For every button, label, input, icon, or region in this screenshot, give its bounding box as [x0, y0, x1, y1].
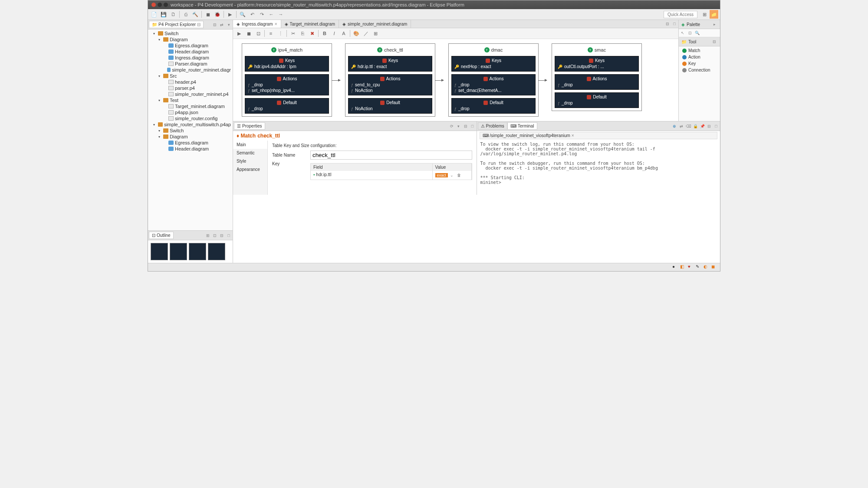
- close-icon[interactable]: ⊟: [197, 22, 201, 27]
- palette-item[interactable]: Key: [681, 60, 718, 67]
- new-button[interactable]: 📄: [150, 10, 158, 19]
- italic-button[interactable]: I: [330, 29, 339, 38]
- debug-button[interactable]: 🐞: [213, 10, 222, 19]
- zoom-fit-button[interactable]: ⊡: [254, 29, 263, 38]
- stop-button[interactable]: ◼: [204, 10, 212, 19]
- palette-item[interactable]: Match: [681, 47, 718, 54]
- action-item[interactable]: ƒNoAction: [351, 88, 429, 93]
- key-item[interactable]: 🔑nextHop : exact: [454, 64, 533, 69]
- tree-item[interactable]: simple_router.config: [150, 115, 231, 121]
- close-icon[interactable]: ×: [275, 22, 277, 26]
- properties-side-tab[interactable]: Semantic: [233, 149, 267, 157]
- align-button[interactable]: ≡: [266, 29, 275, 38]
- chevron-icon[interactable]: ⊟: [711, 39, 717, 45]
- minimize-icon[interactable]: ⊟: [664, 21, 671, 27]
- tree-item[interactable]: parser.p4: [150, 85, 231, 91]
- outline-toggle-2[interactable]: ⊡: [212, 233, 218, 239]
- status-icon[interactable]: ♥: [688, 264, 694, 270]
- view-menu-button[interactable]: ▾: [456, 123, 462, 129]
- default-item[interactable]: ƒ_drop: [454, 106, 533, 111]
- tree-item[interactable]: ▾Switch: [150, 128, 231, 134]
- tree-item[interactable]: ▾Switch: [150, 30, 231, 36]
- bold-button[interactable]: B: [320, 29, 329, 38]
- editor-tab[interactable]: ◈simple_router_mininet.diagram: [339, 20, 411, 28]
- palette-item[interactable]: Action: [681, 54, 718, 60]
- properties-tab[interactable]: ☰ Properties: [234, 122, 265, 130]
- stop-button[interactable]: ◼: [244, 29, 253, 38]
- outline-thumb[interactable]: [189, 243, 206, 260]
- terminal-session-tab[interactable]: ⌨ /simple_router_mininet_viosoftp4terani…: [480, 132, 718, 139]
- link-editor-button[interactable]: ⇄: [219, 22, 225, 28]
- grid-button[interactable]: ⊞: [371, 29, 380, 38]
- undo-button[interactable]: ↶: [248, 10, 256, 19]
- close-icon[interactable]: ×: [572, 133, 574, 138]
- action-item[interactable]: ƒ_drop: [248, 82, 326, 88]
- distribute-button[interactable]: ⋮: [276, 29, 285, 38]
- status-icon[interactable]: ✎: [696, 264, 702, 270]
- action-item[interactable]: ƒ_drop: [454, 82, 533, 88]
- close-window-icon[interactable]: [151, 3, 156, 7]
- properties-side-tab[interactable]: Main: [233, 141, 267, 149]
- tree-item[interactable]: simple_router_mininet.p4: [150, 91, 231, 97]
- new-terminal-button[interactable]: ⊕: [671, 123, 677, 129]
- action-item[interactable]: ƒset_nhop(nhop_ipv4...: [248, 88, 326, 93]
- minimize-icon[interactable]: ⊟: [219, 233, 225, 239]
- default-item[interactable]: ƒ_drop: [558, 100, 636, 106]
- properties-side-tab[interactable]: Appearance: [233, 165, 267, 174]
- project-tree[interactable]: ▾Switch▾DiagramEgress.diagramHeader.diag…: [148, 29, 233, 230]
- save-button[interactable]: 💾: [159, 10, 168, 19]
- key-table-row[interactable]: ▪ hdr.ip.ttl exact ⌄ 🗑: [311, 171, 472, 180]
- status-icon[interactable]: ◐: [704, 264, 710, 270]
- collapse-all-button[interactable]: ⊟: [212, 22, 218, 28]
- zoom-tool-button[interactable]: 🔍: [694, 30, 700, 36]
- quick-access-input[interactable]: Quick Access: [664, 11, 697, 18]
- p4-perspective-button[interactable]: 📁: [710, 10, 718, 19]
- key-item[interactable]: 🔑outCtl.outputPort : ...: [558, 64, 636, 69]
- outline-thumb[interactable]: [208, 243, 225, 260]
- status-icon[interactable]: ●: [672, 264, 678, 270]
- save-all-button[interactable]: 🗋: [169, 10, 178, 19]
- tree-item[interactable]: ▾Diagram: [150, 134, 231, 140]
- properties-side-tab[interactable]: Style: [233, 157, 267, 165]
- default-item[interactable]: ƒ_drop: [248, 106, 326, 111]
- minimize-window-icon[interactable]: [158, 3, 162, 7]
- tree-item[interactable]: header.p4: [150, 79, 231, 85]
- search-button[interactable]: 🔍: [238, 10, 247, 19]
- diagram-node[interactable]: TsmacKeys🔑outCtl.outputPort : ...Actions…: [552, 43, 642, 111]
- maximize-icon[interactable]: □: [470, 123, 476, 129]
- delete-icon[interactable]: 🗑: [456, 172, 462, 178]
- maximize-window-icon[interactable]: [164, 3, 168, 7]
- tree-item[interactable]: Header.diagram: [150, 49, 231, 55]
- outline-toggle-1[interactable]: ⊞: [205, 233, 211, 239]
- back-button[interactable]: ←: [267, 10, 276, 19]
- print-button[interactable]: ⎙: [181, 10, 190, 19]
- key-item[interactable]: 🔑hdr.ip.ttl : exact: [351, 64, 429, 69]
- tree-item[interactable]: Parser.diagram: [150, 61, 231, 67]
- status-icon[interactable]: ◼: [711, 264, 717, 270]
- pin-button[interactable]: 📌: [699, 123, 705, 129]
- view-menu-button[interactable]: ▾: [226, 22, 232, 28]
- fill-color-button[interactable]: 🎨: [352, 29, 361, 38]
- scroll-lock-button[interactable]: 🔒: [692, 123, 698, 129]
- copy-button[interactable]: ⎘: [298, 29, 307, 38]
- select-tool-button[interactable]: ↖: [680, 30, 686, 36]
- palette-group-header[interactable]: 📁 Tool ⊟: [679, 37, 720, 46]
- table-name-input[interactable]: [310, 151, 472, 160]
- terminal-output[interactable]: To view the switch log, run this command…: [477, 140, 720, 195]
- diagram-node[interactable]: TdmacKeys🔑nextHop : exactActionsƒ_dropƒs…: [448, 43, 539, 117]
- terminal-tab[interactable]: ⌨ Terminal: [507, 122, 537, 130]
- maximize-icon[interactable]: □: [226, 233, 232, 239]
- marquee-tool-button[interactable]: ⊡: [687, 30, 693, 36]
- build-button[interactable]: 🔨: [191, 10, 200, 19]
- tree-item[interactable]: Ingress.diagram: [150, 55, 231, 61]
- tree-item[interactable]: ▾Test: [150, 97, 231, 103]
- tree-item[interactable]: ▾simple_router_multiswitch.p4ap: [150, 121, 231, 128]
- action-item[interactable]: ƒset_dmac(EthernetA...: [454, 88, 533, 93]
- toggle-button[interactable]: ⟳: [449, 123, 455, 129]
- dropdown-icon[interactable]: ⌄: [449, 172, 455, 178]
- palette-item[interactable]: Connection: [681, 67, 718, 73]
- forward-button[interactable]: →: [276, 10, 285, 19]
- outline-thumb[interactable]: [170, 243, 187, 260]
- maximize-icon[interactable]: □: [713, 123, 719, 129]
- default-item[interactable]: ƒNoAction: [351, 106, 429, 111]
